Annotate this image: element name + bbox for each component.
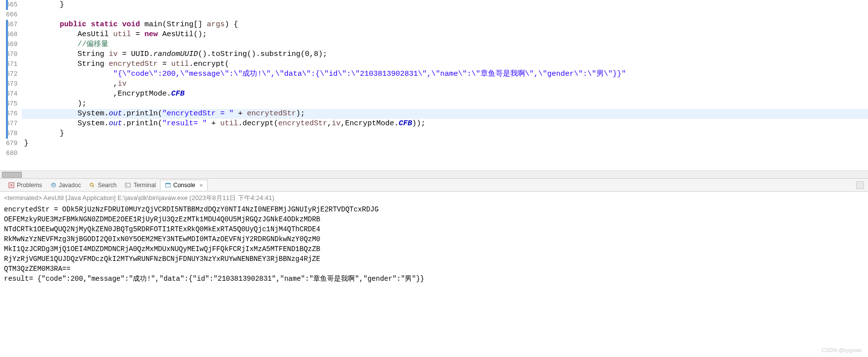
- console-icon: [164, 182, 171, 189]
- console-line: MkI1QzJCRDg3MjQ1OEI4MDZDMDNCRjA0QzMxMDUx…: [4, 244, 864, 254]
- tab-console[interactable]: Console ✕: [160, 180, 208, 190]
- line-number: 672: [6, 69, 17, 79]
- line-number: 680: [6, 149, 17, 158]
- svg-rect-7: [165, 183, 170, 184]
- code-line[interactable]: ,iv: [22, 79, 868, 89]
- code-editor[interactable]: 6656666676686696706716726736746756766776…: [0, 0, 868, 170]
- terminal-icon: [124, 182, 131, 189]
- console-output[interactable]: encrytedStr = ODk5RjUzNzFDRUI0MUYzQjVCRD…: [4, 204, 864, 284]
- code-line[interactable]: }: [22, 139, 868, 149]
- tab-terminal[interactable]: Terminal: [120, 180, 160, 190]
- tab-problems[interactable]: Problems: [4, 180, 46, 190]
- line-number: 679: [6, 139, 17, 149]
- code-line[interactable]: }: [22, 0, 868, 10]
- code-line[interactable]: System.out.println("result= " + util.dec…: [22, 119, 868, 129]
- line-number: 666: [6, 10, 17, 20]
- javadoc-icon: @: [50, 182, 57, 189]
- tab-label: Terminal: [133, 182, 156, 189]
- code-line[interactable]: }: [22, 129, 868, 139]
- code-line[interactable]: AesUtil util = new AesUtil();: [22, 30, 868, 40]
- tab-search[interactable]: Search: [85, 180, 120, 190]
- code-line[interactable]: );: [22, 99, 868, 109]
- console-view: <terminated> AesUtil [Java Application] …: [0, 192, 868, 285]
- console-line: RjYzRjVGMUE1QUJDQzVFMDczQkI2MTYwRUNFNzBC…: [4, 254, 864, 264]
- tab-label: Search: [98, 182, 116, 189]
- console-process-header: <terminated> AesUtil [Java Application] …: [4, 193, 864, 204]
- console-line: result= {"code":200,"message":"成功!","dat…: [4, 274, 864, 284]
- line-number: 665: [6, 0, 17, 10]
- line-number: 668: [6, 30, 17, 40]
- console-line: RkMwNzYzNEVFMzg3NjBGODI2Q0IxN0Y5OEM2MEY3…: [4, 234, 864, 244]
- console-line: QTM3QzZEM0M3RA==: [4, 264, 864, 274]
- console-line: encrytedStr = ODk5RjUzNzFDRUI0MUYzQjVCRD…: [4, 204, 864, 214]
- line-number: 675: [6, 99, 17, 109]
- svg-text:@: @: [52, 183, 55, 188]
- line-number: 667: [6, 20, 17, 30]
- code-line[interactable]: [22, 10, 868, 20]
- problems-icon: [8, 182, 15, 189]
- tab-label: Javadoc: [59, 182, 81, 189]
- close-icon[interactable]: ✕: [199, 183, 203, 188]
- svg-line-4: [93, 186, 95, 187]
- console-line: OEFEMzkyRUE3MzFBMkNGN0ZDMDE2OEE1RjUyRjU3…: [4, 214, 864, 224]
- svg-point-3: [90, 183, 93, 186]
- code-line[interactable]: public static void main(String[] args) {: [22, 20, 868, 30]
- line-number: 676: [6, 109, 17, 119]
- minimize-button[interactable]: [856, 181, 864, 189]
- horizontal-scrollbar[interactable]: [0, 170, 868, 178]
- line-number: 670: [6, 50, 17, 59]
- code-line[interactable]: [22, 149, 868, 158]
- code-line[interactable]: "{\"code\":200,\"message\":\"成功!\",\"dat…: [22, 69, 868, 79]
- tab-label: Console: [173, 182, 195, 189]
- line-number: 669: [6, 40, 17, 50]
- code-line[interactable]: ,EncryptMode.CFB: [22, 89, 868, 99]
- tab-javadoc[interactable]: @ Javadoc: [46, 180, 85, 190]
- code-area[interactable]: } public static void main(String[] args)…: [22, 0, 868, 170]
- line-number: 673: [6, 79, 17, 89]
- code-line[interactable]: String encrytedStr = util.encrypt(: [22, 59, 868, 69]
- code-line[interactable]: String iv = UUID.randomUUID().toString()…: [22, 50, 868, 59]
- console-line: NTdCRTk1OEEwQUQ2NjMyQkZEN0JBQTg5RDRFOTI1…: [4, 224, 864, 234]
- line-number: 674: [6, 89, 17, 99]
- search-icon: [89, 182, 96, 189]
- line-gutter: 6656666676686696706716726736746756766776…: [0, 0, 22, 170]
- line-number: 671: [6, 59, 17, 69]
- editor-container: 6656666676686696706716726736746756766776…: [0, 0, 868, 178]
- line-number: 678: [6, 129, 17, 139]
- line-number: 677: [6, 119, 17, 129]
- scrollbar-thumb[interactable]: [2, 172, 22, 178]
- tab-label: Problems: [17, 182, 42, 189]
- views-tab-bar: Problems @ Javadoc Search Terminal Conso…: [0, 178, 868, 192]
- view-toolbar: [856, 181, 864, 189]
- code-line[interactable]: //偏移量: [22, 40, 868, 50]
- code-line[interactable]: System.out.println("encrytedStr = " + en…: [22, 109, 868, 119]
